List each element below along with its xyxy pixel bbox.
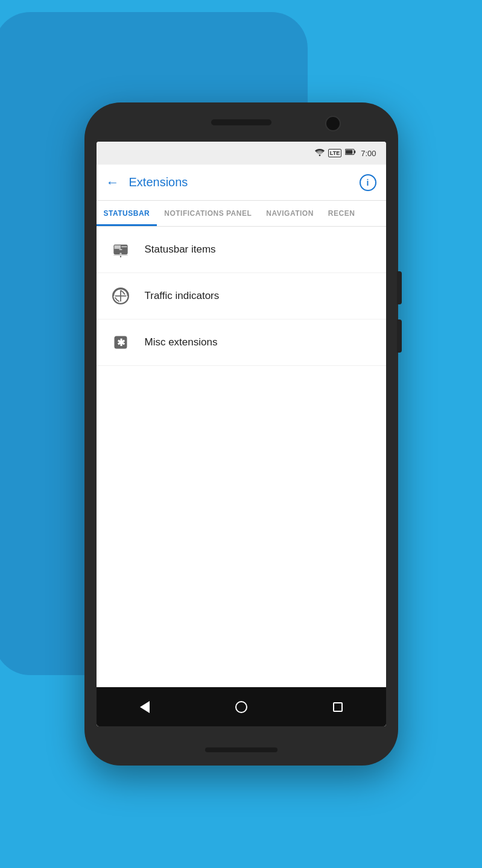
misc-icon: ✱ [109, 330, 133, 354]
tab-navigation[interactable]: NAVIGATION [259, 201, 321, 226]
statusbar-items-icon [109, 237, 133, 262]
tabs-bar: STATUSBAR NOTIFICATIONS PANEL NAVIGATION… [97, 201, 386, 227]
volume-up-button[interactable] [397, 271, 402, 304]
misc-label: Misc extensions [145, 336, 218, 348]
wifi-icon [315, 148, 325, 159]
lte-icon: LTE [328, 149, 341, 157]
status-time: 7:00 [361, 149, 376, 158]
traffic-icon [109, 284, 133, 308]
list-item-traffic[interactable]: Traffic indicators [97, 273, 386, 319]
speaker-top [211, 119, 271, 125]
speaker-bottom [205, 747, 277, 752]
volume-down-button[interactable] [397, 319, 402, 353]
camera [325, 116, 341, 131]
svg-rect-5 [114, 245, 121, 249]
info-button[interactable]: i [360, 174, 376, 191]
battery-icon [345, 148, 356, 159]
tab-statusbar[interactable]: STATUSBAR [97, 201, 157, 226]
tab-recent[interactable]: RECEN [321, 201, 363, 226]
app-bar: ← Extensions i [97, 165, 386, 201]
svg-rect-3 [346, 150, 352, 154]
nav-bar [97, 687, 386, 726]
traffic-label: Traffic indicators [145, 290, 220, 302]
statusbar-items-label: Statusbar items [145, 244, 216, 256]
list-item-misc[interactable]: ✱ Misc extensions [97, 319, 386, 366]
tab-notifications[interactable]: NOTIFICATIONS PANEL [157, 201, 259, 226]
home-nav-button[interactable] [230, 696, 252, 718]
back-nav-button[interactable] [134, 696, 156, 718]
list-item-statusbar-items[interactable]: Statusbar items [97, 227, 386, 273]
content-area: Statusbar items Traffic indicators [97, 227, 386, 687]
status-icons: LTE 7:00 [315, 148, 376, 159]
phone-device: LTE 7:00 ← Extensions i STATUSBAR NOTIFI… [84, 102, 398, 766]
back-button[interactable]: ← [106, 175, 119, 190]
svg-point-10 [119, 256, 121, 257]
svg-point-7 [119, 253, 122, 255]
svg-text:✱: ✱ [116, 337, 125, 348]
page-title: Extensions [129, 175, 360, 189]
screen: LTE 7:00 ← Extensions i STATUSBAR NOTIFI… [97, 142, 386, 726]
status-bar: LTE 7:00 [97, 142, 386, 165]
svg-point-0 [319, 154, 321, 156]
svg-rect-2 [354, 151, 355, 154]
recents-nav-button[interactable] [327, 696, 349, 718]
